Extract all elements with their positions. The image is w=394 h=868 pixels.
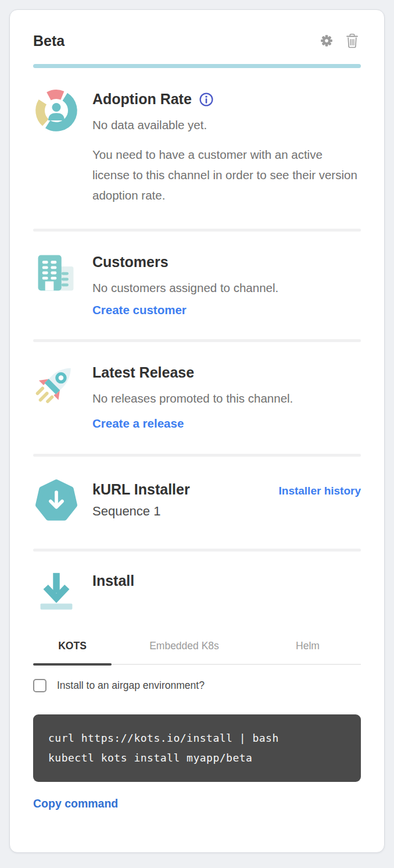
kurl-installer-title: kURL Installer [92, 481, 190, 498]
section-customers: Customers No customers assigned to chann… [33, 232, 361, 317]
channel-card: Beta [9, 9, 385, 853]
customers-title: Customers [92, 254, 361, 271]
adoption-rate-donut-icon [33, 87, 80, 136]
tab-embedded-k8s[interactable]: Embedded K8s [112, 634, 257, 664]
install-command-block: curl https://kots.io/install | bash kube… [33, 714, 361, 782]
trash-icon[interactable] [343, 32, 361, 49]
tab-helm[interactable]: Helm [257, 634, 359, 664]
section-kurl-installer: kURL Installer Installer history Sequenc… [33, 457, 361, 527]
section-adoption-rate: Adoption Rate No data available yet. You… [33, 68, 361, 205]
latest-release-title: Latest Release [92, 364, 361, 381]
airgap-option-row: Install to an airgap environment? [33, 679, 361, 692]
create-customer-link[interactable]: Create customer [92, 303, 187, 317]
airgap-label: Install to an airgap environment? [57, 680, 205, 692]
install-command-line: kubectl kots install myapp/beta [48, 748, 346, 768]
customers-empty-text: No customers assigned to channel. [92, 278, 361, 298]
adoption-empty-help: You need to have a customer with an acti… [92, 144, 361, 205]
airgap-checkbox[interactable] [33, 679, 46, 692]
info-icon[interactable] [199, 92, 214, 107]
tab-kots[interactable]: KOTS [33, 634, 112, 664]
install-tab-bar: KOTS Embedded K8s Helm [33, 634, 361, 665]
channel-accent-rule [33, 64, 361, 68]
section-install: Install [33, 552, 361, 618]
adoption-rate-title: Adoption Rate [92, 91, 192, 108]
adoption-empty-text: No data available yet. [92, 115, 361, 135]
card-header: Beta [33, 10, 361, 49]
header-actions [318, 32, 361, 49]
installer-sequence: Sequence 1 [92, 504, 361, 519]
gear-icon[interactable] [318, 32, 335, 49]
section-latest-release: Latest Release No releases promoted to t… [33, 342, 361, 431]
install-title: Install [92, 572, 361, 589]
channel-title: Beta [33, 33, 65, 49]
installer-history-link[interactable]: Installer history [279, 485, 361, 497]
kurl-heptagon-download-icon [33, 478, 80, 527]
create-release-link[interactable]: Create a release [92, 417, 184, 431]
customers-building-icon [33, 250, 80, 298]
install-command-line: curl https://kots.io/install | bash [48, 728, 346, 748]
copy-command-link[interactable]: Copy command [33, 797, 118, 810]
latest-release-empty-text: No releases promoted to this channel. [92, 388, 361, 408]
rocket-icon [33, 361, 80, 410]
download-arrow-icon [33, 569, 80, 618]
